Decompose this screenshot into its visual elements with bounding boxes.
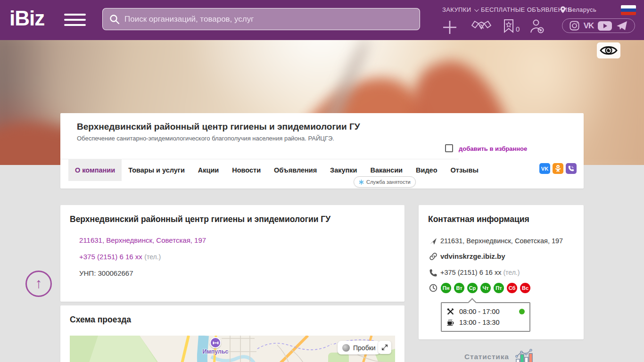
about-phone-note: (тел.) xyxy=(144,253,161,261)
contact-website-link[interactable]: vdvinskrzge.ibiz.by xyxy=(440,252,505,260)
accessibility-eye-button[interactable] xyxy=(597,42,620,58)
about-phone-link[interactable]: +375 (2151) 6 16 xx xyxy=(79,253,142,261)
tab-ads[interactable]: Объявления xyxy=(267,159,323,181)
work-tools-icon xyxy=(446,307,454,315)
location-pin-icon xyxy=(560,6,566,13)
header-social-bar: VK xyxy=(562,18,635,33)
break-hours: 13:00 - 13:30 xyxy=(459,319,499,326)
contact-heading: Контактная информация xyxy=(428,214,529,224)
user-register-icon[interactable] xyxy=(529,19,545,36)
day-badge-sat[interactable]: Сб xyxy=(507,283,517,293)
about-heading: Верхнедвинский районный центр гигиены и … xyxy=(70,214,330,224)
nav-location[interactable]: Беларусь xyxy=(560,6,596,13)
company-header-card: Верхнедвинский районный центр гигиены и … xyxy=(60,113,584,189)
about-unp: УНП: 300062667 xyxy=(79,269,133,277)
hamburger-menu-icon[interactable] xyxy=(64,14,86,27)
tab-news[interactable]: Новости xyxy=(225,159,267,181)
directions-heading: Схема проезда xyxy=(70,315,131,325)
day-badge-fri[interactable]: Пт xyxy=(494,283,504,293)
ibiz-logo[interactable]: iBiz xyxy=(9,7,44,30)
favorites-bookmark-icon[interactable] xyxy=(504,19,514,35)
vk-icon[interactable]: VK xyxy=(584,21,594,31)
day-badge-wed[interactable]: Ср xyxy=(467,283,478,293)
employment-service-tooltip: Служба занятости xyxy=(354,176,416,188)
contact-phone-note: (тел.) xyxy=(503,269,520,276)
nav-free-ads[interactable]: БЕСПЛАТНЫЕ ОБЪЯВЛЕНИЯ xyxy=(481,6,572,13)
map-canvas[interactable]: Импульс Пробки xyxy=(70,336,395,362)
up-arrow-icon: ↑ xyxy=(35,275,42,291)
statistics-chart-icon xyxy=(514,349,535,362)
traffic-light-icon xyxy=(342,344,350,352)
map-fullscreen-button[interactable] xyxy=(378,341,391,354)
back-to-top-button[interactable]: ↑ xyxy=(25,271,52,297)
add-to-favorites-checkbox[interactable] xyxy=(445,144,453,152)
main-header: iBiz ЗАКУПКИ БЕСПЛАТНЫЕ ОБЪЯВЛЕНИЯ Белар… xyxy=(0,0,644,40)
day-badge-mon[interactable]: Пн xyxy=(441,283,451,293)
gym-poi-label[interactable]: Импульс xyxy=(191,348,240,355)
chevron-down-icon xyxy=(474,7,479,12)
youtube-icon[interactable] xyxy=(598,21,612,31)
nav-procurement[interactable]: ЗАКУПКИ xyxy=(442,6,478,13)
search-icon xyxy=(109,14,120,25)
tooltip-pointer xyxy=(468,298,476,306)
day-badge-thu[interactable]: Чт xyxy=(480,283,491,293)
search-input[interactable] xyxy=(124,15,413,24)
expand-arrows-icon xyxy=(381,344,388,351)
asterisk-icon xyxy=(359,180,364,185)
tab-video[interactable]: Видео xyxy=(409,159,444,181)
break-coffee-icon xyxy=(446,318,454,326)
tab-about[interactable]: О компании xyxy=(68,159,122,181)
gym-poi-marker[interactable] xyxy=(210,337,221,348)
work-hours: 08:00 - 17:00 xyxy=(459,308,499,315)
link-icon xyxy=(429,252,438,261)
contact-phone[interactable]: +375 (2151) 6 16 xx xyxy=(440,269,501,276)
clock-icon xyxy=(429,284,438,292)
vk-share-icon[interactable]: VK xyxy=(539,163,550,174)
day-badge-tue[interactable]: Вт xyxy=(454,283,464,293)
tab-products[interactable]: Товары и услуги xyxy=(122,159,191,181)
search-bar xyxy=(102,8,420,30)
add-to-favorites-label[interactable]: добавить в избранное xyxy=(459,145,527,152)
handshake-partners-icon[interactable] xyxy=(471,19,491,36)
tab-reviews[interactable]: Отзывы xyxy=(444,159,485,181)
tab-promos[interactable]: Акции xyxy=(191,159,225,181)
favorites-count: 0 xyxy=(516,25,520,33)
about-company-card: Верхнедвинский районный центр гигиены и … xyxy=(60,205,405,302)
telegram-icon[interactable] xyxy=(616,21,627,31)
schedule-tooltip: 08:00 - 17:00 13:00 - 13:30 xyxy=(441,302,530,332)
open-now-indicator xyxy=(519,309,525,314)
day-badge-sun[interactable]: Вс xyxy=(520,283,530,293)
company-subtitle: Обеспечение санитарно-эпидемиологическог… xyxy=(77,135,334,142)
eye-icon xyxy=(600,45,618,56)
directions-card: Схема проезда xyxy=(60,305,405,362)
russian-flag-icon[interactable] xyxy=(621,5,636,15)
contact-info-card: Контактная информация 211631, Верхнедвин… xyxy=(419,205,584,339)
statistics-link[interactable]: Статистика xyxy=(464,349,535,362)
odnoklassniki-share-icon[interactable] xyxy=(553,163,563,174)
navigation-arrow-icon xyxy=(429,237,438,246)
traffic-toggle-button[interactable]: Пробки xyxy=(338,341,380,354)
about-address-link[interactable]: 211631, Верхнедвинск, Советская, 197 xyxy=(79,236,206,244)
company-title: Верхнедвинский районный центр гигиены и … xyxy=(77,122,360,132)
add-plus-icon[interactable] xyxy=(441,19,458,38)
phone-icon xyxy=(429,269,438,277)
contact-address: 211631, Верхнедвинск, Советская, 197 xyxy=(440,237,563,245)
statistics-label: Статистика xyxy=(464,353,509,361)
workdays-row: ПнВтСрЧтПтСбВс xyxy=(441,283,533,293)
viber-share-icon[interactable] xyxy=(566,163,577,174)
instagram-icon[interactable] xyxy=(570,21,579,31)
